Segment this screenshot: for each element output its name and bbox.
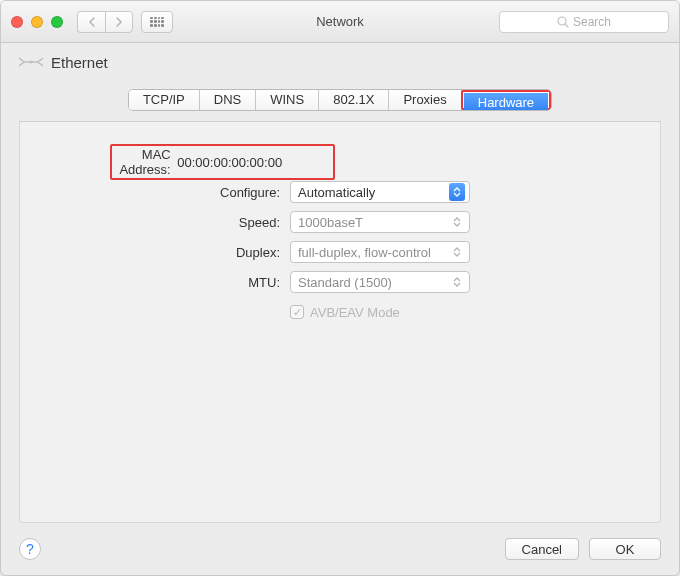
select-configure-value: Automatically <box>298 185 375 200</box>
select-duplex-value: full-duplex, flow-control <box>298 245 431 260</box>
select-speed-value: 1000baseT <box>298 215 363 230</box>
titlebar: Network Search <box>1 1 679 43</box>
select-mtu-value: Standard (1500) <box>298 275 392 290</box>
window-title: Network <box>316 14 364 29</box>
select-speed[interactable]: 1000baseT <box>290 211 470 233</box>
ok-button[interactable]: OK <box>589 538 661 560</box>
row-avb: ✓ AVB/EAV Mode <box>110 297 570 327</box>
svg-point-2 <box>30 61 33 64</box>
search-input[interactable]: Search <box>499 11 669 33</box>
forward-button[interactable] <box>105 11 133 33</box>
label-duplex: Duplex: <box>110 245 290 260</box>
chevron-left-icon <box>88 17 96 27</box>
stepper-arrows-icon <box>449 273 465 291</box>
zoom-window-button[interactable] <box>51 16 63 28</box>
network-prefs-window: Network Search Ethernet TCP/IP DNS WINS … <box>0 0 680 576</box>
content-panel: MAC Address: 00:00:00:00:00:00 Configure… <box>19 121 661 523</box>
stepper-arrows-icon <box>449 213 465 231</box>
stepper-arrows-icon <box>449 183 465 201</box>
tab-tcpip[interactable]: TCP/IP <box>129 90 200 110</box>
highlight-mac-address: MAC Address: 00:00:00:00:00:00 <box>110 144 335 180</box>
row-mac-address: MAC Address: 00:00:00:00:00:00 <box>110 147 570 177</box>
grid-icon <box>150 17 164 27</box>
row-configure: Configure: Automatically <box>110 177 570 207</box>
select-duplex[interactable]: full-duplex, flow-control <box>290 241 470 263</box>
row-speed: Speed: 1000baseT <box>110 207 570 237</box>
tab-wins[interactable]: WINS <box>256 90 319 110</box>
select-mtu[interactable]: Standard (1500) <box>290 271 470 293</box>
tab-hardware[interactable]: Hardware <box>464 93 548 111</box>
tabs-row: TCP/IP DNS WINS 802.1X Proxies Hardware <box>1 89 679 111</box>
search-icon <box>557 16 569 28</box>
tab-dns[interactable]: DNS <box>200 90 256 110</box>
tab-proxies[interactable]: Proxies <box>389 90 461 110</box>
row-mtu: MTU: Standard (1500) <box>110 267 570 297</box>
minimize-window-button[interactable] <box>31 16 43 28</box>
label-mtu: MTU: <box>110 275 290 290</box>
stepper-arrows-icon <box>449 243 465 261</box>
show-all-button[interactable] <box>141 11 173 33</box>
ethernet-icon <box>19 50 43 74</box>
label-mac: MAC Address: <box>116 147 171 177</box>
close-window-button[interactable] <box>11 16 23 28</box>
back-button[interactable] <box>77 11 105 33</box>
hardware-form: MAC Address: 00:00:00:00:00:00 Configure… <box>110 147 570 327</box>
window-controls <box>11 16 63 28</box>
label-speed: Speed: <box>110 215 290 230</box>
pane-title: Ethernet <box>51 54 108 71</box>
svg-line-1 <box>565 24 568 27</box>
value-mac: 00:00:00:00:00:00 <box>177 155 327 170</box>
label-avb: AVB/EAV Mode <box>310 305 400 320</box>
label-configure: Configure: <box>110 185 290 200</box>
tab-8021x[interactable]: 802.1X <box>319 90 389 110</box>
nav-buttons <box>77 11 133 33</box>
cancel-button[interactable]: Cancel <box>505 538 579 560</box>
checkmark-icon: ✓ <box>290 305 304 319</box>
checkbox-avb[interactable]: ✓ AVB/EAV Mode <box>290 305 400 320</box>
search-placeholder: Search <box>573 15 611 29</box>
row-duplex: Duplex: full-duplex, flow-control <box>110 237 570 267</box>
pane-header: Ethernet <box>1 43 679 81</box>
tab-bar: TCP/IP DNS WINS 802.1X Proxies Hardware <box>128 89 552 111</box>
chevron-right-icon <box>115 17 123 27</box>
highlight-hardware-tab: Hardware <box>461 90 551 110</box>
footer: ? Cancel OK <box>1 538 679 560</box>
help-button[interactable]: ? <box>19 538 41 560</box>
select-configure[interactable]: Automatically <box>290 181 470 203</box>
